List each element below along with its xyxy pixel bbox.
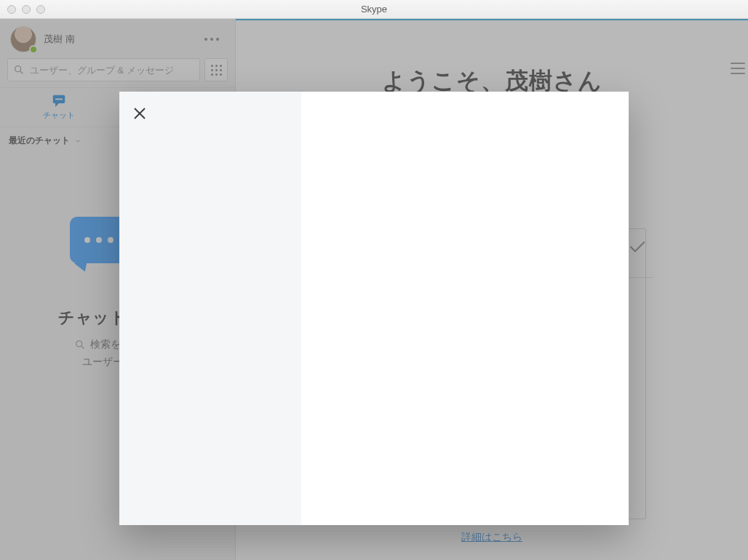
window-close-button[interactable] <box>7 5 16 14</box>
app-root: 茂樹 南 チャット <box>0 19 748 560</box>
window-titlebar: Skype <box>0 0 748 19</box>
window-zoom-button[interactable] <box>36 5 45 14</box>
modal-sidebar <box>119 92 301 525</box>
modal-content <box>301 92 629 525</box>
window-title: Skype <box>361 4 387 15</box>
window-controls <box>0 5 45 14</box>
modal-close-button[interactable] <box>131 105 148 122</box>
window-minimize-button[interactable] <box>22 5 31 14</box>
close-icon <box>131 105 148 122</box>
settings-modal <box>119 92 629 525</box>
